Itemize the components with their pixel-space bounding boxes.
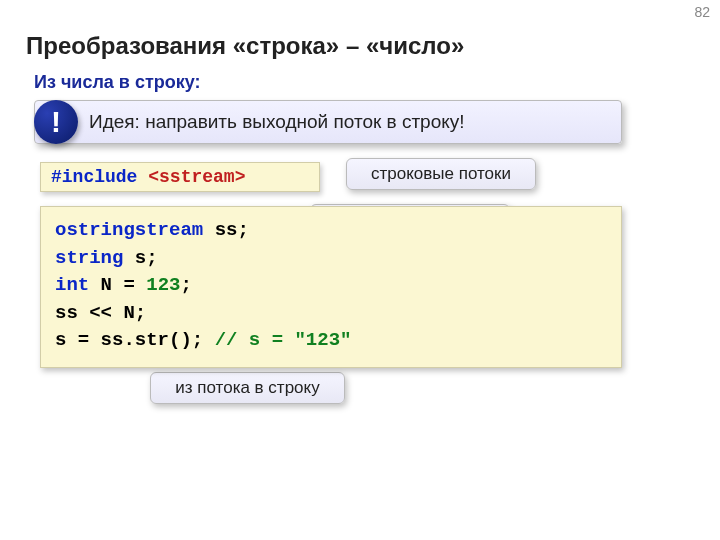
- exclamation-icon: !: [34, 100, 78, 144]
- code-line-1: ostringstream ss;: [55, 217, 607, 245]
- include-code: #include <sstream>: [40, 162, 320, 192]
- callout-string-streams: строковые потоки: [346, 158, 536, 190]
- idea-text: Идея: направить выходной поток в строку!: [89, 111, 465, 133]
- code-text: ;: [180, 274, 191, 296]
- code-text: s = ss.str();: [55, 329, 215, 351]
- code-text: =: [112, 274, 146, 296]
- code-comment: // s = "123": [215, 329, 352, 351]
- idea-bar: Идея: направить выходной поток в строку!: [34, 100, 622, 144]
- code-number: 123: [146, 274, 180, 296]
- code-line-5: s = ss.str(); // s = "123": [55, 327, 607, 355]
- page-title: Преобразования «строка» – «число»: [26, 32, 464, 60]
- code-block: ostringstream ss; string s; int N = 123;…: [40, 206, 622, 368]
- code-type: int: [55, 274, 89, 296]
- page-subtitle: Из числа в строку:: [34, 72, 201, 93]
- code-text: N: [89, 274, 112, 296]
- page-number: 82: [694, 4, 710, 20]
- include-directive: #include: [51, 167, 137, 187]
- include-header: <sstream>: [148, 167, 245, 187]
- callout-to-string: из потока в строку: [150, 372, 345, 404]
- code-text: s;: [123, 247, 157, 269]
- code-line-2: string s;: [55, 245, 607, 273]
- code-line-4: ss << N;: [55, 300, 607, 328]
- code-text: ss;: [203, 219, 249, 241]
- code-type: string: [55, 247, 123, 269]
- code-line-3: int N = 123;: [55, 272, 607, 300]
- code-type: ostringstream: [55, 219, 203, 241]
